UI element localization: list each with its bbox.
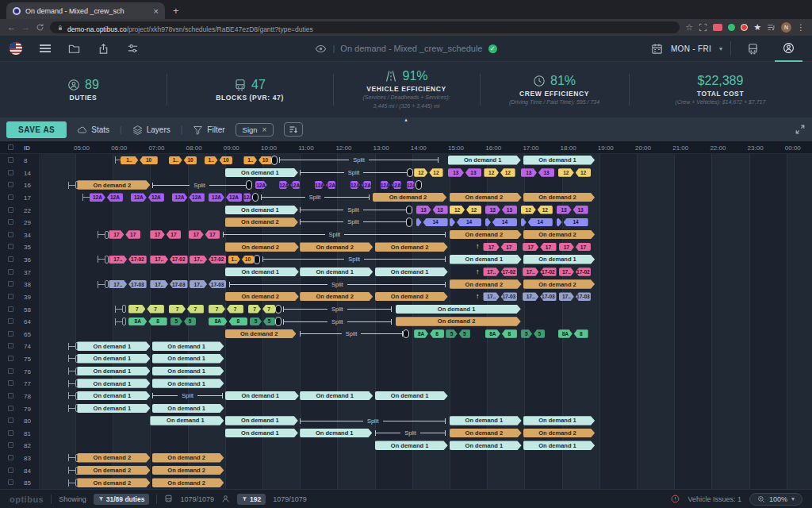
address-bar[interactable]: demo-na.optibus.co/project/xkh978vsn/sch… [50,21,680,33]
trip-chip[interactable]: 7 [209,305,225,314]
trip-chip[interactable]: 12 [538,206,553,214]
duty-block[interactable]: On demand 2 [225,242,299,252]
duty-block[interactable]: On demand 1 [450,416,522,425]
duty-block[interactable]: On demand 2 [300,242,373,252]
row-checkbox[interactable] [8,406,13,411]
trip-chip[interactable]: 12 [450,206,465,214]
duties-view-button[interactable] [775,36,802,62]
duty-block[interactable]: On demand 1 [77,367,150,376]
trip-chip[interactable]: 17-03 [128,280,147,289]
duty-block[interactable]: On demand 1 [225,168,298,178]
trip-chip[interactable]: 17-03 [209,280,226,289]
trip-chip[interactable]: 1.. [121,156,139,165]
row-checkbox[interactable] [8,306,13,312]
chip-remove-icon[interactable]: × [262,125,267,134]
trip-chip[interactable]: 5 [459,329,470,338]
vehicles-view-button[interactable] [739,36,767,62]
trip-chip[interactable]: 5 [170,318,182,326]
trip-chip[interactable]: 12A [131,193,147,202]
trip-chip[interactable]: 1.. [169,156,182,165]
trip-chip[interactable]: 12 [466,206,481,214]
duty-block[interactable]: On demand 1 [152,367,224,376]
trip-chip[interactable]: 17.. [483,267,499,276]
row-checkbox[interactable] [8,468,13,473]
collapse-stats-icon[interactable]: ▴ [404,117,408,122]
bookmark-star-icon[interactable]: ☆ [685,23,693,32]
duty-block[interactable]: On demand 1 [450,441,522,450]
duty-block[interactable]: On demand 2 [152,453,224,463]
row-checkbox[interactable] [8,343,13,348]
duty-block[interactable]: On demand 1 [396,305,521,314]
trip-chip[interactable]: 14 [564,218,588,227]
duty-block[interactable]: On demand 2 [396,317,521,326]
trip-chip[interactable]: 10 [242,256,254,264]
duty-block[interactable]: On demand 2 [523,429,595,438]
row-checkbox[interactable] [8,318,13,324]
trip-chip[interactable]: 1.. [243,156,257,165]
duty-block[interactable]: On demand 2 [450,429,522,438]
trip-chip[interactable]: 17 [576,243,591,252]
trip-chip[interactable]: 17.. [523,292,538,301]
locale-flag-icon[interactable] [10,42,22,55]
expand-fullscreen-icon[interactable] [795,124,806,135]
trip-chip[interactable]: 12A [90,193,105,202]
duty-block[interactable]: On demand 2 [152,478,224,487]
trip-chip[interactable]: 8 [574,329,588,338]
back-icon[interactable]: ← [7,23,16,32]
duty-block[interactable]: On demand 2 [373,193,446,202]
trip-chip[interactable]: 10 [184,156,197,165]
trip-chip[interactable]: 10 [140,156,158,165]
trip-chip[interactable]: 17 [167,230,181,239]
projects-folder-icon[interactable] [68,43,80,55]
trip-chip[interactable]: 7 [187,305,204,314]
trip-chip[interactable]: 8 [430,329,444,338]
duty-block[interactable]: On demand 1 [152,404,224,414]
trip-chip[interactable]: 17 [523,243,538,252]
trip-chip[interactable]: 1.. [228,256,240,264]
duty-block[interactable]: On demand 1 [300,391,373,401]
trip-chip[interactable]: 17 [125,230,140,239]
trip-chip[interactable]: 13 [465,168,481,177]
vehicle-issues-warning-icon[interactable] [671,495,680,503]
calendar-icon[interactable] [651,43,663,55]
row-checkbox[interactable] [8,219,13,225]
trip-chip[interactable]: 17.. [150,280,168,289]
trip-chip[interactable]: 12A [392,181,401,190]
playlist-icon[interactable] [767,23,776,32]
trip-chip[interactable]: 17-02 [128,256,147,264]
duty-block[interactable]: On demand 2 [77,180,150,190]
trip-chip[interactable]: 17.. [190,256,207,264]
trip-chip[interactable]: 12A [148,193,164,202]
preferences-sliders-icon[interactable] [127,43,139,55]
trip-chip[interactable]: 12A [209,193,224,202]
trip-chip[interactable]: 10 [259,156,272,165]
export-icon[interactable] [98,43,109,55]
trip-chip[interactable]: 7 [147,305,163,314]
trip-chip[interactable]: 12A [407,181,416,190]
red-extension-icon[interactable] [741,24,748,31]
duty-block[interactable]: On demand 1 [225,391,299,401]
trip-chip[interactable]: 17-02 [170,256,188,264]
duty-block[interactable]: On demand 2 [450,193,522,202]
row-checkbox[interactable] [8,256,13,262]
duty-block[interactable]: On demand 1 [523,441,595,450]
row-checkbox[interactable] [8,331,13,337]
trip-chip[interactable] [416,218,422,227]
duty-block[interactable]: On demand 1 [77,404,150,414]
duty-block[interactable]: On demand 2 [450,230,522,240]
trip-chip[interactable]: 14 [423,218,448,227]
duty-block[interactable]: On demand 1 [523,416,595,425]
duty-block[interactable]: On demand 2 [225,292,299,302]
screenshot-icon[interactable] [699,23,707,32]
day-range-selector[interactable]: MON - FRI [671,44,711,53]
trip-chip[interactable]: 7 [169,305,186,314]
row-checkbox[interactable] [8,294,13,299]
duty-block[interactable]: On demand 2 [375,242,448,252]
trip-chip[interactable]: 8A [414,329,428,338]
day-range-chevron-icon[interactable]: ▾ [719,45,722,52]
duty-block[interactable]: On demand 1 [150,416,224,425]
trip-chip[interactable]: 17-03 [540,292,556,301]
trip-chip[interactable]: 12 [500,168,515,177]
trip-chip[interactable]: 12A [315,181,324,190]
duty-block[interactable]: On demand 2 [523,279,595,289]
